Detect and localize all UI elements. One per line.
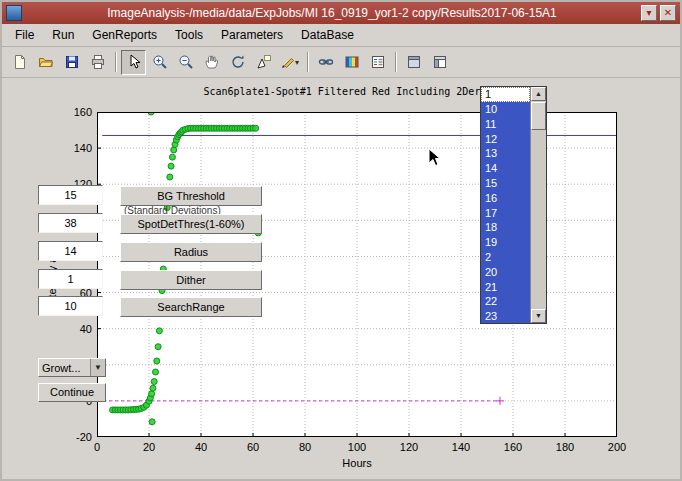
new-figure-icon [12,54,28,70]
save-figure-button[interactable] [59,50,84,75]
insert-legend-button[interactable] [365,50,390,75]
dropdown-item[interactable]: 16 [481,191,530,206]
search-range-button[interactable]: SearchRange [120,297,262,317]
dropdown-item[interactable]: 18 [481,220,530,235]
close-button[interactable]: ✕ [660,5,676,21]
radius-button[interactable]: Radius [120,242,262,262]
zoom-in-button[interactable] [147,50,172,75]
x-tick-label: 140 [446,441,476,453]
show-plot-tools-icon [432,54,448,70]
dropdown-item[interactable]: 20 [481,265,530,280]
x-tick-label: 100 [342,441,372,453]
hide-plot-tools-button[interactable] [401,50,426,75]
dropdown-item[interactable]: 19 [481,235,530,250]
radius-input[interactable] [38,241,103,261]
data-cursor-icon [256,54,272,70]
bg-threshold-input[interactable] [38,185,103,205]
pan-button[interactable] [199,50,224,75]
x-tick-label: 60 [238,441,268,453]
dither-button[interactable]: Dither [120,270,262,290]
dropdown-item[interactable]: 11 [481,117,530,132]
x-tick-label: 180 [550,441,580,453]
edit-plot-button[interactable] [121,50,146,75]
bg-threshold-button[interactable]: BG Threshold [120,186,262,206]
open-file-icon [38,54,54,70]
x-tick-label: 20 [134,441,164,453]
data-cursor-button[interactable] [251,50,276,75]
edit-plot-icon [126,54,142,70]
zoom-out-button[interactable] [173,50,198,75]
dropdown-item[interactable]: 13 [481,146,530,161]
toolbar-separator [395,52,396,72]
dropdown-item[interactable]: 21 [481,280,530,295]
dropdown-item[interactable]: 15 [481,176,530,191]
menu-file[interactable]: File [6,25,43,45]
menu-run[interactable]: Run [43,25,83,45]
dropdown-item[interactable]: 12 [481,132,530,147]
dropdown-items: 110111213141516171819220212223 [481,87,530,323]
dropdown-item[interactable]: 2 [481,250,530,265]
x-tick-label: 120 [394,441,424,453]
brush-icon [280,54,296,70]
x-tick-label: 80 [290,441,320,453]
zoom-out-icon [178,54,194,70]
mouse-cursor [428,148,442,168]
insert-colorbar-button[interactable] [339,50,364,75]
rotate-3d-button[interactable] [225,50,250,75]
toolbar-separator [115,52,116,72]
x-axis-label: Hours [97,457,617,469]
dropdown-item[interactable]: 23 [481,309,530,323]
chevron-down-icon[interactable]: ▼ [90,359,105,376]
y-tick-label: 40 [58,323,92,335]
x-tick-label: 200 [602,441,632,453]
link-plot-button[interactable] [313,50,338,75]
zoom-in-icon [152,54,168,70]
pan-icon [204,54,220,70]
y-tick-label: 160 [58,106,92,118]
print-figure-button[interactable] [85,50,110,75]
app-icon [6,5,22,21]
print-figure-icon [90,54,106,70]
dropdown-item[interactable]: 17 [481,206,530,221]
tool-bar: ▾ [2,47,680,78]
x-tick-label: 160 [498,441,528,453]
show-plot-tools-button[interactable] [427,50,452,75]
number-dropdown-list: 110111213141516171819220212223 ▲ ▼ [480,86,547,324]
window-title: ImageAnalysis-/media/data/ExpJobs/MI 16_… [26,6,638,20]
dropdown-scrollbar[interactable]: ▲ ▼ [530,87,546,323]
rotate-3d-icon [230,54,246,70]
menu-bar: FileRunGenReportsToolsParametersDataBase [2,24,680,47]
scroll-down-icon[interactable]: ▼ [531,309,546,323]
x-tick-label: 40 [186,441,216,453]
hide-plot-tools-icon [406,54,422,70]
dropdown-item[interactable]: 1 [481,87,530,102]
toolbar-separator [307,52,308,72]
spot-det-thres-input[interactable] [38,213,103,233]
dither-input[interactable] [38,269,103,289]
insert-colorbar-icon [344,54,360,70]
title-bar[interactable]: ImageAnalysis-/media/data/ExpJobs/MI 16_… [2,2,680,24]
save-figure-icon [64,54,80,70]
app-window: ImageAnalysis-/media/data/ExpJobs/MI 16_… [0,0,682,481]
growth-dropdown[interactable]: Growt... ▼ [38,358,106,377]
spot-det-thres-button[interactable]: SpotDetThres(1-60%) [120,214,262,234]
dropdown-item[interactable]: 10 [481,102,530,117]
y-tick-label: -20 [58,431,92,443]
menu-tools[interactable]: Tools [166,25,212,45]
menu-parameters[interactable]: Parameters [212,25,292,45]
menu-genreports[interactable]: GenReports [83,25,166,45]
scroll-up-icon[interactable]: ▲ [531,87,546,101]
dropdown-item[interactable]: 22 [481,294,530,309]
growth-dropdown-label: Growt... [39,362,90,374]
menu-database[interactable]: DataBase [292,25,363,45]
continue-button[interactable]: Continue [38,383,106,402]
new-figure-button[interactable] [7,50,32,75]
minimize-button[interactable]: ▾ [641,5,657,21]
insert-legend-icon [370,54,386,70]
scrollbar-thumb[interactable] [531,102,546,130]
search-range-input[interactable] [38,296,103,316]
brush-button[interactable]: ▾ [277,50,302,75]
figure-area: Scan6plate1-Spot#1 Filtered Red Includin… [2,78,680,481]
dropdown-item[interactable]: 14 [481,161,530,176]
open-file-button[interactable] [33,50,58,75]
